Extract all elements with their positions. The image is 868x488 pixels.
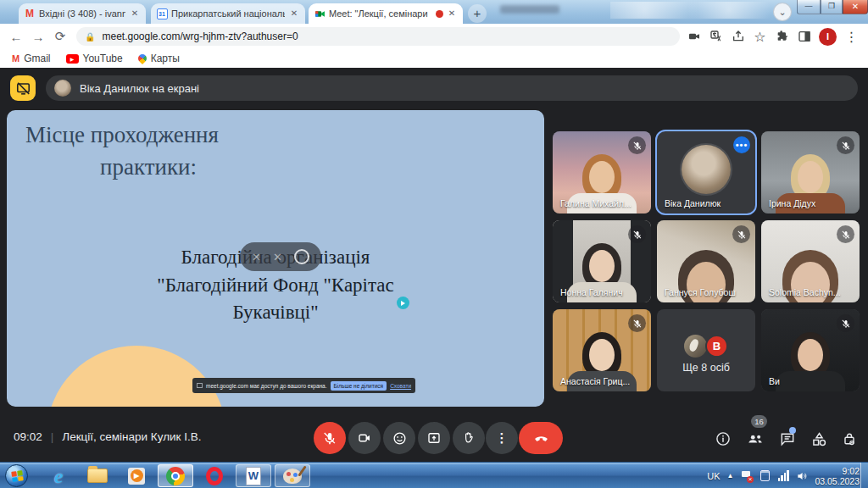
taskbar-explorer[interactable] bbox=[80, 464, 115, 487]
new-tab-button[interactable]: + bbox=[468, 4, 487, 23]
windows-flag-icon bbox=[11, 470, 24, 482]
mic-off-icon: ✕ bbox=[252, 251, 261, 263]
taskbar-internet-explorer[interactable]: e bbox=[41, 464, 76, 487]
forward-button[interactable]: → bbox=[27, 30, 49, 44]
self-view-tile[interactable]: Ви bbox=[761, 309, 860, 391]
more-participants-label: Ще 8 осіб bbox=[657, 362, 755, 374]
system-tray: UK ▲ 9:02 03.05.2023 bbox=[707, 463, 860, 488]
mic-muted-icon bbox=[628, 225, 646, 243]
url-text: meet.google.com/wrg-hjhm-ztv?authuser=0 bbox=[102, 30, 298, 42]
back-button[interactable]: ← bbox=[5, 30, 27, 44]
reactions-button[interactable] bbox=[383, 422, 415, 454]
tab-title: Прикарпатський національний bbox=[171, 8, 285, 19]
side-panel-icon[interactable] bbox=[797, 30, 811, 44]
tab-meet[interactable]: Meet: "Лекції, семінари Кул ✕ bbox=[309, 3, 463, 24]
taskbar-paint[interactable] bbox=[275, 464, 310, 487]
tile-menu-button[interactable]: ••• bbox=[733, 136, 750, 153]
stop-presenting-button[interactable] bbox=[10, 75, 36, 101]
tab-title: Вхідні (3 408) - ivanna.kulyk@pn bbox=[39, 8, 125, 19]
show-desktop-button[interactable] bbox=[860, 463, 868, 488]
tab-gmail[interactable]: M Вхідні (3 408) - ivanna.kulyk@pn ✕ bbox=[19, 3, 146, 24]
participant-name: Solomia Bachyn... bbox=[769, 287, 841, 297]
mic-muted-icon bbox=[837, 225, 854, 243]
window-maximize-button[interactable]: ❐ bbox=[821, 0, 843, 14]
participant-tile[interactable]: Ганнуся Голубош bbox=[657, 220, 755, 302]
avatar bbox=[682, 145, 731, 194]
mic-toggle-button[interactable] bbox=[314, 422, 346, 454]
profile-avatar[interactable]: I bbox=[819, 28, 837, 46]
tab-search-chevron-icon[interactable]: ⌄ bbox=[773, 3, 792, 21]
window-minimize-button[interactable]: — bbox=[797, 0, 821, 14]
media-player-icon: ▶ bbox=[128, 468, 145, 485]
mic-muted-icon bbox=[837, 314, 854, 332]
clipboard-icon[interactable] bbox=[759, 470, 771, 482]
tab-university[interactable]: 31 Прикарпатський національний ✕ bbox=[151, 3, 305, 24]
participant-tile-active[interactable]: ••• Віка Данилюк bbox=[657, 131, 755, 214]
hide-notice-link[interactable]: Сховати bbox=[390, 383, 411, 389]
presenter-avatar bbox=[54, 80, 71, 97]
language-indicator[interactable]: UK bbox=[707, 471, 720, 481]
action-center-flag-icon[interactable] bbox=[740, 470, 752, 482]
translate-icon[interactable] bbox=[709, 30, 723, 44]
more-participants-tile[interactable]: В Ще 8 осіб bbox=[657, 309, 755, 391]
participant-name: Нонна Галянич bbox=[560, 287, 623, 297]
camera-toggle-button[interactable] bbox=[348, 422, 381, 454]
show-everyone-button[interactable] bbox=[745, 429, 765, 449]
youtube-icon: ▶ bbox=[66, 54, 79, 64]
close-tab-icon[interactable]: ✕ bbox=[288, 8, 300, 19]
participant-tile[interactable]: Анастасія Гриц... bbox=[553, 309, 651, 391]
floating-controls-overlay[interactable]: ✕ ✕ bbox=[240, 242, 321, 271]
share-icon[interactable] bbox=[731, 30, 745, 44]
windows-taskbar: e ▶ W UK ▲ 9:02 03.05.2023 bbox=[0, 462, 868, 488]
network-icon[interactable] bbox=[777, 471, 789, 481]
taskbar-chrome-active[interactable] bbox=[158, 464, 193, 487]
browser-titlebar: M Вхідні (3 408) - ivanna.kulyk@pn ✕ 31 … bbox=[0, 0, 868, 24]
smiley-icon bbox=[392, 430, 408, 446]
close-tab-icon[interactable]: ✕ bbox=[129, 8, 141, 19]
stacked-avatars: В bbox=[684, 335, 728, 358]
close-tab-icon[interactable]: ✕ bbox=[446, 8, 458, 19]
hidden-icons-arrow[interactable]: ▲ bbox=[727, 472, 734, 480]
participant-tile[interactable]: Галина Михайл... bbox=[553, 131, 651, 214]
extensions-puzzle-icon[interactable] bbox=[775, 30, 789, 44]
participants-count-badge: 16 bbox=[751, 415, 767, 428]
chrome-icon bbox=[166, 467, 185, 485]
presenting-banner[interactable]: Віка Данилюк на екрані bbox=[46, 75, 858, 101]
bookmarks-bar: M Gmail ▶ YouTube Карты bbox=[0, 49, 868, 68]
participant-name: Віка Данилюк bbox=[665, 198, 721, 208]
meeting-details-button[interactable] bbox=[713, 429, 733, 449]
volume-icon[interactable] bbox=[796, 470, 808, 482]
present-screen-button[interactable] bbox=[418, 422, 450, 454]
paint-icon bbox=[283, 469, 302, 484]
bookmark-star-icon[interactable]: ☆ bbox=[753, 30, 767, 44]
taskbar-clock[interactable]: 9:02 03.05.2023 bbox=[815, 466, 860, 486]
chat-notification-dot bbox=[789, 427, 796, 434]
start-button[interactable] bbox=[5, 464, 28, 487]
participant-tile[interactable]: Ірина Дідух bbox=[761, 131, 860, 214]
host-controls-button[interactable] bbox=[839, 429, 860, 449]
browser-menu-icon[interactable]: ⋮ bbox=[844, 30, 859, 44]
bookmark-youtube[interactable]: ▶ YouTube bbox=[66, 53, 123, 64]
tab-title: Meet: "Лекції, семінари Кул bbox=[329, 8, 430, 19]
avatar-letter: В bbox=[705, 335, 728, 358]
videocam-icon bbox=[357, 430, 372, 446]
hand-icon bbox=[461, 430, 476, 446]
bookmark-gmail[interactable]: M Gmail bbox=[12, 53, 51, 64]
participant-tile[interactable]: Нонна Галянич bbox=[553, 220, 651, 302]
more-options-button[interactable]: ⋮ bbox=[486, 422, 518, 454]
taskbar-word[interactable]: W bbox=[236, 464, 271, 487]
window-close-button[interactable]: ✕ bbox=[843, 0, 868, 14]
tab-camera-indicator-icon[interactable] bbox=[687, 30, 701, 44]
participant-tile[interactable]: Solomia Bachyn... bbox=[761, 220, 860, 302]
taskbar-media-player[interactable]: ▶ bbox=[119, 464, 154, 487]
reload-button[interactable]: ⟳ bbox=[49, 29, 71, 44]
stop-sharing-button[interactable]: Більше не ділитися bbox=[331, 381, 387, 391]
more-options-icon: ⋮ bbox=[496, 430, 509, 446]
mic-muted-icon bbox=[628, 314, 646, 332]
end-call-button[interactable] bbox=[519, 422, 563, 454]
activities-button[interactable] bbox=[809, 429, 829, 449]
taskbar-opera[interactable] bbox=[197, 464, 232, 487]
bookmark-maps[interactable]: Карты bbox=[138, 53, 180, 64]
address-bar[interactable]: 🔒 meet.google.com/wrg-hjhm-ztv?authuser=… bbox=[76, 27, 680, 46]
raise-hand-button[interactable] bbox=[453, 422, 485, 454]
